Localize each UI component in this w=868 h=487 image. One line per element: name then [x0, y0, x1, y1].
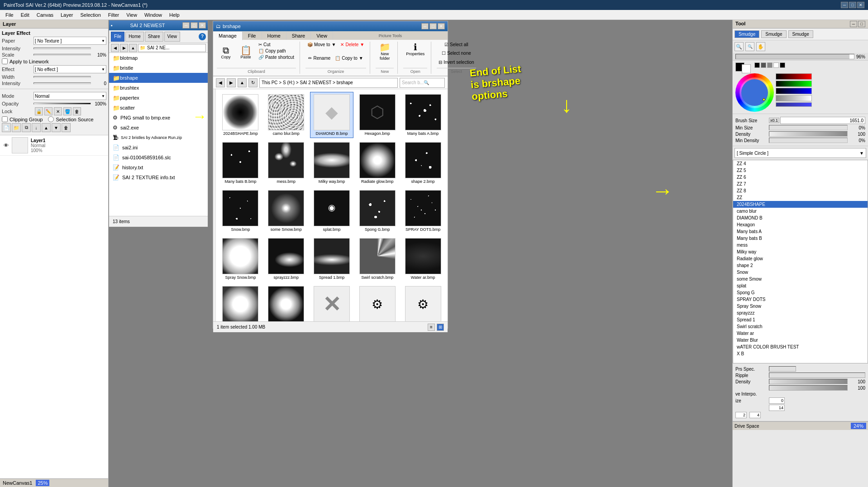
brush-list-some-smow[interactable]: some Smow: [733, 276, 868, 282]
search-box[interactable]: Search b... 🔍: [400, 78, 445, 88]
paste-shortcut-button[interactable]: 🔗 Paste shortcut: [257, 54, 296, 60]
sai-home-tab[interactable]: Home: [125, 32, 144, 42]
addr-forward-btn[interactable]: ▶: [227, 78, 236, 87]
color-dot-white[interactable]: [773, 62, 779, 68]
layer-item[interactable]: 👁 Layer1 Normal 100%: [0, 135, 108, 156]
file-item-brshape[interactable]: 📁 brshape: [109, 73, 208, 83]
file-item-blotmap[interactable]: 📁 blotmap: [109, 53, 208, 63]
move-up-button[interactable]: ▲: [42, 123, 51, 132]
file-some-smow[interactable]: some Smow.bmp: [264, 188, 308, 234]
brush-size-value[interactable]: 1651.0: [780, 117, 865, 124]
sai-min-btn[interactable]: ─: [182, 22, 190, 29]
brush-list-swirl-scratch[interactable]: Swirl scratch: [733, 323, 868, 330]
lock-trash-icon[interactable]: 🗑: [73, 107, 81, 115]
brush-list-2024bshape[interactable]: 2024BSHAPE: [733, 201, 868, 208]
paste-button[interactable]: 📋 Paste: [237, 45, 255, 60]
b-slider[interactable]: [776, 88, 812, 94]
move-down-button[interactable]: ▼: [52, 123, 61, 132]
color-dot-2[interactable]: [780, 62, 785, 68]
zoom-in-icon[interactable]: 🔍: [734, 42, 744, 51]
nav-forward-btn[interactable]: ▶: [120, 44, 128, 52]
brush-list-mess[interactable]: mess: [733, 242, 868, 248]
delete-button[interactable]: ✕ Delete ▼: [339, 42, 366, 48]
brush-list-sprayzzz[interactable]: sprayzzz: [733, 310, 868, 316]
maximize-button[interactable]: □: [849, 2, 856, 8]
smudge-btn-2[interactable]: Smudge: [761, 30, 786, 38]
menu-filter[interactable]: Filter: [105, 11, 123, 19]
browser-close-btn[interactable]: ✕: [438, 23, 445, 29]
cut-button[interactable]: ✂ Cut: [257, 42, 296, 48]
file-spread-1[interactable]: Spread 1.bmp: [310, 236, 354, 282]
file-water-ar[interactable]: Water ar.bmp: [401, 236, 445, 282]
density2-slider[interactable]: [769, 379, 848, 384]
brush-select-dropdown[interactable]: [ Simple Circle ] ▼: [734, 148, 866, 158]
brush-list-spray-dots[interactable]: SPRAY DOTS: [733, 296, 868, 303]
file-sprayzzz[interactable]: sprayzzz.bmp: [264, 236, 308, 282]
width-slider[interactable]: [33, 76, 91, 78]
file-item-texture-info[interactable]: 📝 SAI 2 TEXTURE info.txt: [109, 172, 208, 182]
new-folder-button[interactable]: 📁 New folder: [376, 42, 394, 62]
brush-list-hexagon[interactable]: Hexagon: [733, 221, 868, 228]
nav-up-btn[interactable]: ▲: [129, 44, 137, 52]
ribbon-tab-share[interactable]: Share: [286, 31, 311, 40]
file-spray-dots[interactable]: SPRAY DOTS.bmp: [401, 188, 445, 234]
file-item-png-exe[interactable]: ⚙ PNG small to bmp.exe: [109, 113, 208, 123]
file-many-bats-a[interactable]: Many bats A.bmp: [401, 92, 445, 138]
brush-list-many-bats-a[interactable]: Many bats A: [733, 228, 868, 235]
file-gear1[interactable]: ⚙: [401, 284, 445, 321]
lock-icon[interactable]: 🔒: [35, 107, 43, 115]
select-none-button[interactable]: ☐ Select none: [440, 50, 473, 56]
layer-visibility-icon[interactable]: 👁: [2, 141, 10, 149]
r-slider[interactable]: [776, 73, 812, 80]
lock-cross-icon[interactable]: ✕: [54, 107, 62, 115]
file-spong-g[interactable]: Spong G.bmp: [355, 188, 399, 234]
brush-list-shape2[interactable]: shape 2: [733, 262, 868, 269]
unnamed-input[interactable]: [769, 405, 785, 411]
file-milky-way[interactable]: Milky way.bmp: [310, 140, 354, 186]
file-radiate-glow[interactable]: Radiate glow.bmp: [355, 140, 399, 186]
address-path[interactable]: This PC > S (H:) > SAI 2 NEWEST > brshap…: [259, 78, 398, 88]
menu-window[interactable]: Window: [141, 11, 166, 19]
prs-spec-control[interactable]: [769, 366, 796, 372]
select-all-button[interactable]: ☑ Select all: [443, 42, 470, 48]
properties-button[interactable]: ℹ Properties: [403, 42, 427, 57]
file-swirl-scratch[interactable]: Swirl scratch.bmp: [355, 236, 399, 282]
file-water-color-brush[interactable]: wATER COLOR BRUSH TEST.bmp: [264, 284, 308, 321]
file-spray-snow[interactable]: Spray Snow.bmp: [219, 236, 262, 282]
tool-min-btn[interactable]: ─: [850, 21, 857, 27]
smudge-btn-1[interactable]: Smudge: [734, 30, 759, 38]
file-water-blur[interactable]: Water Blur.bmp: [219, 284, 262, 321]
close-button[interactable]: ✕: [857, 2, 864, 8]
file-hexagon[interactable]: ⬡ Hexagon.bmp: [355, 92, 399, 138]
addr-refresh-btn[interactable]: ↻: [248, 78, 258, 87]
addr-up-btn[interactable]: ▲: [238, 78, 247, 87]
brush-list-spong-g[interactable]: Spong G: [733, 289, 868, 296]
brush-list-spray-snow[interactable]: Spray Snow: [733, 303, 868, 310]
brush-list-zz6[interactable]: ZZ 6: [733, 174, 868, 181]
brush-list-zz7[interactable]: ZZ 7: [733, 181, 868, 187]
browser-min-btn[interactable]: ─: [421, 23, 429, 29]
ribbon-tab-manage[interactable]: Manage: [213, 31, 243, 40]
file-item-slc[interactable]: 📄 sai-010045859166.slc: [109, 153, 208, 162]
delete-layer-button[interactable]: 🗑: [62, 123, 71, 132]
brush-list-water-ar[interactable]: Water ar: [733, 330, 868, 337]
brush-list-xb[interactable]: X B: [733, 350, 868, 357]
file-many-bats-b[interactable]: Many bats B.bmp: [219, 140, 262, 186]
move-to-button[interactable]: 📦 Move to ▼: [305, 42, 338, 48]
ripple-slider[interactable]: [769, 372, 865, 378]
file-item-sai2-exe[interactable]: ⚙ sai2.exe: [109, 123, 208, 133]
addr-back-btn[interactable]: ◀: [216, 78, 225, 87]
brush-list-milky-way[interactable]: Milky way: [733, 248, 868, 255]
effect-select[interactable]: [ No effect ] ▼: [33, 65, 106, 73]
file-snow[interactable]: Snow.bmp: [219, 188, 262, 234]
file-item-scatter[interactable]: 📁 scatter: [109, 103, 208, 113]
color-dot-lgray[interactable]: [767, 62, 773, 68]
brush-list-radiate-glow[interactable]: Radiate glow: [733, 255, 868, 262]
file-shape2[interactable]: shape 2.bmp: [401, 140, 445, 186]
sai-max-btn[interactable]: □: [191, 22, 198, 29]
file-diamond-b[interactable]: ◆ DIAMOND B.bmp: [310, 92, 354, 138]
ribbon-tab-home[interactable]: Home: [262, 31, 286, 40]
smudge-btn-3[interactable]: Smudge: [788, 30, 813, 38]
val2-input[interactable]: [749, 412, 761, 418]
copy-button[interactable]: ⧉ Copy: [217, 45, 235, 60]
